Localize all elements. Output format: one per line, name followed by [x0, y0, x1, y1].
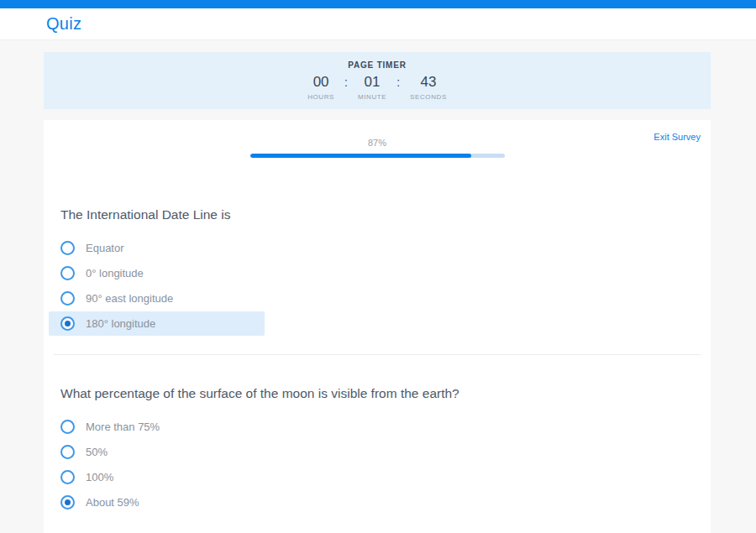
option-row[interactable]: About 59%	[49, 490, 265, 515]
timer-minutes-value: 01	[365, 74, 381, 91]
radio-unselected-icon[interactable]	[60, 241, 75, 255]
progress-section: 87%	[250, 120, 505, 158]
options-list: Equator0° longitude90° east longitude180…	[44, 236, 711, 336]
radio-unselected-icon[interactable]	[60, 291, 75, 306]
radio-unselected-icon[interactable]	[60, 470, 75, 484]
radio-unselected-icon[interactable]	[60, 266, 75, 280]
question-block: The International Date Line isEquator0° …	[44, 206, 711, 336]
option-label: 100%	[86, 471, 113, 483]
question-text: What percentage of the surface of the mo…	[60, 385, 711, 401]
option-label: 180° longitude	[86, 317, 155, 330]
timer-display: 00 : 01 : 43 HOURS MINUTE SECONDS	[307, 74, 447, 101]
option-row[interactable]: 180° longitude	[49, 311, 265, 336]
survey-card: Exit Survey 87% The International Date L…	[44, 120, 711, 533]
radio-unselected-icon[interactable]	[60, 420, 75, 434]
exit-survey-link[interactable]: Exit Survey	[654, 132, 701, 142]
option-label: About 59%	[86, 496, 139, 509]
radio-dot	[65, 321, 71, 327]
page-title: Quiz	[46, 14, 81, 34]
option-row[interactable]: 100%	[49, 465, 265, 489]
timer-seconds-value: 43	[421, 74, 437, 91]
options-list: More than 75%50%100%About 59%	[44, 415, 711, 515]
timer-colon: :	[344, 76, 348, 89]
radio-selected-icon[interactable]	[60, 495, 75, 509]
question-text: The International Date Line is	[60, 206, 711, 222]
timer-hours-value: 00	[313, 74, 329, 91]
option-label: Equator	[86, 242, 124, 254]
page-timer-panel: PAGE TIMER 00 : 01 : 43 HOURS MINUTE SEC…	[44, 52, 711, 109]
option-row[interactable]: 0° longitude	[49, 261, 265, 285]
option-row[interactable]: 90° east longitude	[49, 286, 265, 311]
questions-list: The International Date Line isEquator0° …	[44, 158, 711, 533]
option-label: 50%	[86, 446, 108, 458]
radio-unselected-icon[interactable]	[60, 445, 75, 459]
option-row[interactable]: 50%	[49, 440, 265, 464]
option-label: More than 75%	[86, 421, 160, 433]
option-row[interactable]: Equator	[49, 236, 265, 260]
option-label: 90° east longitude	[86, 292, 173, 305]
top-accent-bar	[0, 0, 756, 8]
progress-percent-label: 87%	[250, 138, 505, 148]
main-content: PAGE TIMER 00 : 01 : 43 HOURS MINUTE SEC…	[44, 52, 711, 533]
timer-seconds-label: SECONDS	[410, 93, 447, 101]
radio-selected-icon[interactable]	[60, 316, 75, 331]
option-label: 0° longitude	[86, 267, 144, 280]
timer-colon: :	[396, 76, 400, 89]
timer-minutes-label: MINUTE	[358, 93, 386, 101]
radio-dot	[65, 499, 71, 505]
app-header: Quiz	[0, 8, 756, 40]
timer-hours-label: HOURS	[307, 93, 334, 101]
question-block: What percentage of the surface of the mo…	[44, 355, 711, 515]
timer-title: PAGE TIMER	[348, 60, 406, 70]
option-row[interactable]: More than 75%	[49, 415, 265, 439]
